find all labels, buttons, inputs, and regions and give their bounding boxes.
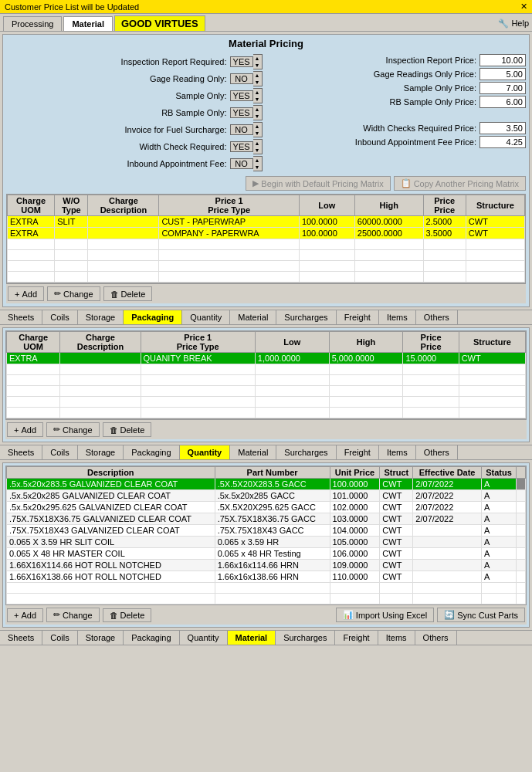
tab-processing[interactable]: Processing <box>3 16 62 31</box>
tab2-sheets[interactable]: Sheets <box>0 445 42 459</box>
cell-price: 3.5000 <box>423 228 466 239</box>
select-inbound[interactable]: NO ▲ ▼ <box>230 156 263 171</box>
label-gage-reading: Gage Reading Only: <box>6 74 230 83</box>
tab1-freight[interactable]: Freight <box>337 310 379 324</box>
spin-down[interactable]: ▼ <box>253 147 262 154</box>
add-button[interactable]: + Add <box>8 286 44 301</box>
help-button[interactable]: 🔧 Help <box>498 19 529 29</box>
tab1-surcharges[interactable]: Surcharges <box>276 310 336 324</box>
spin-up[interactable]: ▲ <box>253 55 262 62</box>
table-row[interactable]: 0.065 X 3.59 HR SLIT COIL0.065 x 3.59 HR… <box>7 537 526 548</box>
table-row[interactable]: 0.065 X 48 HR MASTER COIL0.065 x 48 HR T… <box>7 548 526 560</box>
tab2-others[interactable]: Others <box>416 445 458 459</box>
app-window: Customer Price List will be Updated ✕ Pr… <box>0 0 532 645</box>
table-row[interactable]: EXTRA QUANITY BREAK 1,000.0000 5,000.000… <box>7 353 526 364</box>
tab3-coils[interactable]: Coils <box>42 631 77 645</box>
copy-another-button[interactable]: 📋 Copy Another Pricing Matrix <box>394 176 526 191</box>
tab1-storage[interactable]: Storage <box>78 310 124 324</box>
select-inspection-required[interactable]: YES ▲ ▼ <box>230 54 263 69</box>
tab3-freight[interactable]: Freight <box>335 631 378 645</box>
select-fuel[interactable]: NO ▲ ▼ <box>230 122 263 137</box>
input-inspection-price[interactable] <box>479 54 526 66</box>
import-excel-button[interactable]: 📊 Import Using Excel <box>336 608 434 622</box>
change-button[interactable]: ✏ Change <box>47 286 100 301</box>
input-sample-price[interactable] <box>479 82 526 94</box>
table-row[interactable]: EXTRA COMPANY - PAPERWRA 100.0000 25000.… <box>8 228 525 239</box>
delete-button-2[interactable]: 🗑 Delete <box>103 422 152 437</box>
delete-button[interactable]: 🗑 Delete <box>103 286 153 301</box>
input-gage-price[interactable] <box>479 68 526 80</box>
input-width-price[interactable] <box>479 122 526 134</box>
select-width[interactable]: YES ▲ ▼ <box>230 139 263 154</box>
spin-down[interactable]: ▼ <box>253 96 262 103</box>
top-tabs-bar: Processing Material GOOD VIRTUES 🔧 Help <box>0 14 532 32</box>
spin-down[interactable]: ▼ <box>253 79 262 86</box>
tab1-sheets[interactable]: Sheets <box>0 310 42 324</box>
col-status: Status <box>481 467 516 479</box>
spin-up[interactable]: ▲ <box>253 89 262 96</box>
table-row[interactable]: 1.66X16X138.66 HOT ROLL NOTCHED1.66x16x1… <box>7 571 526 583</box>
tab3-sheets[interactable]: Sheets <box>0 631 42 645</box>
label-width-price: Width Checks Required Price: <box>270 124 480 133</box>
add-button-3[interactable]: + Add <box>7 608 43 622</box>
select-gage-reading[interactable]: NO ▲ ▼ <box>230 71 263 86</box>
tab2-material[interactable]: Material <box>230 445 276 459</box>
tab2-storage[interactable]: Storage <box>78 445 124 459</box>
add-button-2[interactable]: + Add <box>7 422 43 437</box>
label-inspection-price: Inspection Report Price: <box>270 56 480 65</box>
close-button[interactable]: ✕ <box>520 2 527 12</box>
table-row[interactable]: .75X.75X18X43 GALVANIZED CLEAR COAT.75X.… <box>7 525 526 537</box>
spin-down[interactable]: ▼ <box>253 164 262 171</box>
tab-material[interactable]: Material <box>63 16 113 31</box>
table-row[interactable]: 1.66X16X114.66 HOT ROLL NOTCHED1.66x16x1… <box>7 560 526 571</box>
table-row[interactable]: .75X.75X18X36.75 GALVANIZED CLEAR COAT.7… <box>7 513 526 525</box>
tab2-freight[interactable]: Freight <box>337 445 379 459</box>
table-row[interactable]: .5x.5x20x285 GALVANIZED CLEAR COAT.5x.5x… <box>7 490 526 502</box>
tab3-material[interactable]: Material <box>228 631 276 645</box>
spin-up[interactable]: ▲ <box>253 123 262 130</box>
spin-down[interactable]: ▼ <box>253 113 262 120</box>
input-rb-price[interactable] <box>479 96 526 108</box>
select-rb-sample[interactable]: YES ▲ ▼ <box>230 105 263 120</box>
spin-up[interactable]: ▲ <box>253 106 262 113</box>
change-button-2[interactable]: ✏ Change <box>46 422 100 437</box>
material-data-table: Description Part Number Unit Price Struc… <box>5 466 527 605</box>
tab1-packaging[interactable]: Packaging <box>124 310 182 324</box>
begin-default-button[interactable]: ▶ Begin with Default Pricing Matrix <box>246 176 390 191</box>
tab3-packaging[interactable]: Packaging <box>124 631 179 645</box>
table-row[interactable]: .5x.5x20x283.5 GALVANIZED CLEAR COAT.5X.… <box>7 479 526 490</box>
tab2-packaging[interactable]: Packaging <box>124 445 179 459</box>
tab2-items[interactable]: Items <box>379 445 416 459</box>
tab2-surcharges[interactable]: Surcharges <box>276 445 336 459</box>
tab2-quantity[interactable]: Quantity <box>180 445 231 459</box>
input-inbound-price[interactable] <box>479 136 526 148</box>
cell-high: 5,000.0000 <box>329 353 403 364</box>
change-button-3[interactable]: ✏ Change <box>46 608 100 622</box>
table-row[interactable]: .5x.5x20x295.625 GALVANIZED CLEAR COAT.5… <box>7 502 526 513</box>
tab1-others[interactable]: Others <box>416 310 458 324</box>
table-row[interactable]: EXTRA SLIT CUST - PAPERWRAP 100.0000 600… <box>8 216 525 228</box>
tab3-quantity[interactable]: Quantity <box>180 631 228 645</box>
spin-down[interactable]: ▼ <box>253 130 262 137</box>
spin-up[interactable]: ▲ <box>253 72 262 79</box>
tab1-material[interactable]: Material <box>230 310 276 324</box>
tab-brand: GOOD VIRTUES <box>114 15 205 31</box>
tab1-quantity[interactable]: Quantity <box>182 310 230 324</box>
tab3-storage[interactable]: Storage <box>78 631 124 645</box>
tab1-coils[interactable]: Coils <box>42 310 77 324</box>
spin-down[interactable]: ▼ <box>253 62 262 69</box>
select-sample-only[interactable]: YES ▲ ▼ <box>230 88 263 103</box>
spin-up[interactable]: ▲ <box>253 157 262 164</box>
upper-table: ChargeUOM W/OType ChargeDescription Pric… <box>6 194 526 283</box>
tabs-bar-3: Sheets Coils Storage Packaging Quantity … <box>0 630 532 645</box>
title-bar: Customer Price List will be Updated ✕ <box>0 0 532 14</box>
sync-cust-parts-button[interactable]: 🔄 Sync Cust Parts <box>437 608 525 622</box>
col-charge-uom: ChargeUOM <box>8 195 55 216</box>
tab3-items[interactable]: Items <box>378 631 415 645</box>
delete-button-3[interactable]: 🗑 Delete <box>103 608 152 622</box>
tab3-surcharges[interactable]: Surcharges <box>276 631 335 645</box>
tab2-coils[interactable]: Coils <box>42 445 77 459</box>
tab3-others[interactable]: Others <box>415 631 457 645</box>
tab1-items[interactable]: Items <box>379 310 416 324</box>
spin-up[interactable]: ▲ <box>253 140 262 147</box>
